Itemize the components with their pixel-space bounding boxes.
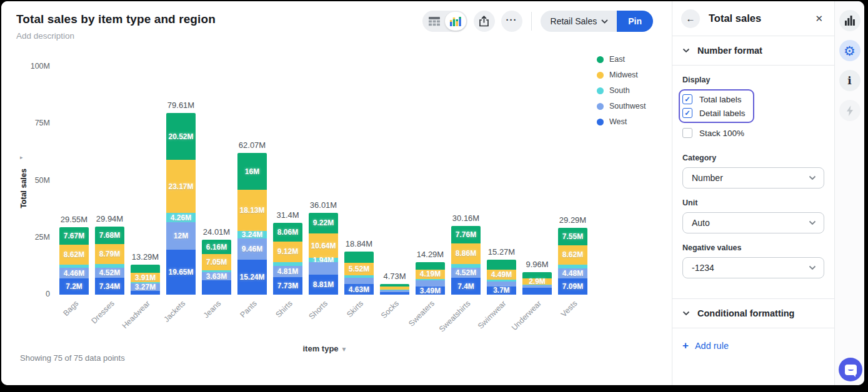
actions-tab[interactable] [839, 100, 861, 121]
checkbox-checked-icon[interactable]: ✓ [682, 108, 692, 118]
segment-midwest[interactable]: 23.17M [166, 160, 196, 213]
segment-southwest[interactable]: 4.46M [59, 268, 89, 278]
x-axis-category-label[interactable]: Bags [61, 299, 80, 318]
chart-settings-tab[interactable] [839, 10, 861, 31]
close-button[interactable]: ✕ [812, 11, 826, 27]
bar-jeans[interactable]: 6.16M7.05M3.63M [202, 240, 231, 295]
segment-east[interactable]: 8.06M [273, 223, 302, 241]
segment-west[interactable]: 7.73M [273, 277, 302, 295]
segment-east[interactable] [344, 252, 374, 263]
bar-jackets[interactable]: 20.52M23.17M4.26M12M19.65M [166, 113, 196, 295]
segment-east[interactable] [487, 260, 516, 269]
bar-shirts[interactable]: 8.06M9.12M4.81M7.73M [273, 223, 302, 295]
bar-pants[interactable]: 16M18.13M3.24M9.46M15.24M [237, 153, 267, 295]
segment-midwest[interactable]: 4.49M [487, 270, 516, 280]
segment-midwest[interactable]: 3.91M [131, 273, 160, 282]
info-tab[interactable]: i [839, 70, 861, 91]
back-button[interactable]: ← [681, 9, 700, 28]
segment-west[interactable]: 3.49M [416, 287, 445, 295]
format-settings-tab[interactable]: ⚙ [839, 40, 861, 61]
section-number-format[interactable]: Number format [672, 36, 834, 66]
legend-item-southwest[interactable]: Southwest [597, 102, 646, 110]
segment-southwest[interactable] [309, 262, 338, 275]
legend-item-west[interactable]: West [597, 117, 646, 126]
x-axis-category-label[interactable]: Swimwear [476, 299, 508, 331]
segment-west[interactable] [522, 288, 552, 295]
checkbox-unchecked-icon[interactable] [682, 128, 692, 138]
bar-sweatshirts[interactable]: 7.76M8.86M4.52M7.4M [451, 226, 481, 295]
x-axis-category-label[interactable]: Socks [379, 299, 401, 320]
segment-west[interactable]: 7.34M [95, 278, 124, 295]
checkbox-checked-icon[interactable]: ✓ [682, 94, 692, 104]
segment-east[interactable]: 7.55M [558, 228, 587, 245]
segment-east[interactable]: 16M [237, 153, 267, 189]
bar-headwear[interactable]: 3.91M3.27M [131, 265, 160, 295]
segment-midwest[interactable]: 8.62M [59, 245, 89, 264]
bar-underwear[interactable]: 2.9M [522, 272, 552, 295]
legend-item-south[interactable]: South [597, 86, 646, 95]
negative-values-select[interactable]: -1234 [682, 257, 824, 278]
segment-midwest[interactable]: 7.05M [202, 254, 231, 270]
add-rule-button[interactable]: + Add rule [672, 328, 834, 363]
x-axis-category-label[interactable]: Sweaters [407, 299, 437, 328]
segment-east[interactable]: 20.52M [166, 113, 196, 160]
segment-east[interactable]: 9.22M [309, 213, 338, 234]
segment-southwest[interactable]: 4.52M [451, 268, 481, 278]
segment-east[interactable]: 7.76M [451, 226, 481, 243]
segment-west[interactable]: 7.2M [59, 278, 89, 295]
x-axis-title[interactable]: item type▼ [269, 344, 381, 353]
segment-midwest[interactable]: 9.12M [273, 242, 302, 262]
segment-west[interactable]: 15.24M [237, 260, 267, 295]
segment-east[interactable]: 7.67M [59, 227, 89, 245]
x-axis-category-label[interactable]: Dresses [89, 299, 116, 325]
checkbox-detail-labels[interactable]: ✓ Detail labels [682, 106, 746, 120]
segment-south[interactable]: 4.26M [166, 213, 196, 223]
legend-item-east[interactable]: East [597, 55, 646, 64]
segment-east[interactable]: 7.68M [95, 227, 124, 244]
x-axis-category-label[interactable]: Pants [238, 299, 259, 320]
segment-southwest[interactable] [344, 278, 374, 284]
segment-west[interactable]: 8.81M [309, 275, 338, 295]
x-axis-category-label[interactable]: Skirts [345, 299, 365, 319]
segment-midwest[interactable]: 18.13M [237, 190, 267, 231]
segment-southwest[interactable]: 12M [166, 222, 196, 250]
bar-bags[interactable]: 7.67M8.62M4.46M7.2M [59, 227, 89, 295]
segment-west[interactable]: 4.63M [344, 284, 374, 295]
segment-west[interactable] [380, 292, 409, 295]
segment-midwest[interactable]: 2.9M [522, 278, 552, 285]
legend-item-midwest[interactable]: Midwest [597, 71, 646, 79]
x-axis-category-label[interactable]: Vests [559, 299, 579, 319]
x-axis-category-label[interactable]: Shirts [274, 299, 294, 319]
bar-shorts[interactable]: 9.22M10.64M1.94M8.81M [309, 213, 338, 295]
segment-south[interactable]: 1.94M [309, 258, 338, 262]
segment-southwest[interactable]: 3.63M [202, 272, 231, 280]
segment-east[interactable] [131, 265, 160, 273]
segment-midwest[interactable]: 8.79M [95, 244, 124, 264]
segment-east[interactable] [416, 262, 445, 270]
segment-southwest[interactable]: 4.48M [558, 268, 587, 278]
checkbox-stack-100[interactable]: Stack 100% [682, 126, 824, 140]
segment-midwest[interactable]: 8.86M [451, 243, 481, 263]
segment-west[interactable]: 7.4M [451, 278, 481, 295]
bar-skirts[interactable]: 5.52M4.63M [344, 252, 374, 295]
x-axis-category-label[interactable]: Underwear [510, 299, 543, 332]
bar-sweaters[interactable]: 4.19M3.49M [416, 262, 445, 295]
segment-south[interactable]: 3.24M [237, 231, 267, 238]
segment-midwest[interactable]: 4.19M [416, 270, 445, 279]
segment-midwest[interactable]: 5.52M [344, 263, 374, 275]
segment-southwest[interactable]: 4.81M [273, 266, 302, 277]
category-select[interactable]: Number [682, 167, 824, 189]
segment-southwest[interactable]: 3.27M [131, 283, 160, 291]
segment-midwest[interactable]: 10.64M [309, 233, 338, 258]
segment-west[interactable]: 3.7M [487, 287, 516, 295]
segment-west[interactable]: 7.09M [558, 278, 587, 295]
segment-southwest[interactable]: 9.46M [237, 238, 267, 260]
bar-dresses[interactable]: 7.68M8.79M4.52M7.34M [95, 227, 124, 295]
chat-bubble-button[interactable] [839, 358, 862, 381]
segment-west[interactable] [202, 280, 231, 295]
x-axis-category-label[interactable]: Shorts [307, 299, 329, 321]
section-conditional-formatting[interactable]: Conditional formatting [672, 298, 834, 328]
x-axis-category-label[interactable]: Headwear [120, 299, 151, 330]
x-axis-category-label[interactable]: Sweatshirts [437, 299, 472, 334]
segment-west[interactable]: 19.65M [166, 250, 196, 295]
